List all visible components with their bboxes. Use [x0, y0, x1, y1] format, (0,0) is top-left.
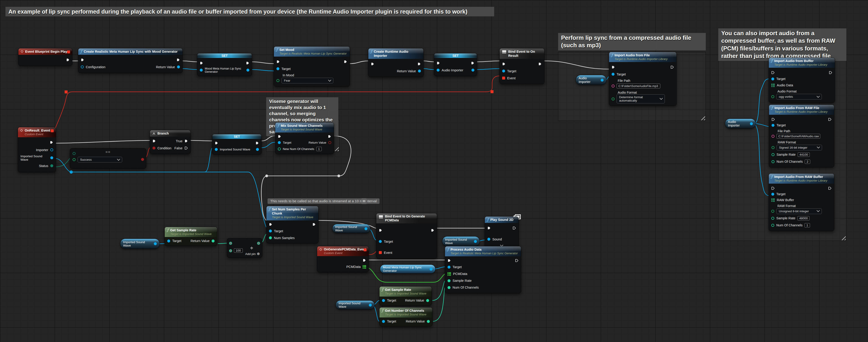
node-set-mood-generator-var[interactable]: SET Mood Meta Human Lip Sync Generator [197, 53, 252, 76]
enum-value-dropdown[interactable]: Success [78, 157, 122, 163]
var-imported-sound-wave[interactable]: Imported Sound Wave [442, 236, 480, 246]
exec-out-pin[interactable] [671, 65, 674, 69]
file-path-input[interactable]: C:\Folder\SomeRAWAudio.raw [777, 134, 820, 139]
node-process-audio-data[interactable]: ƒ Process Audio Data Target is Realistic… [445, 246, 521, 294]
object-out-pin[interactable] [50, 148, 53, 151]
node-import-audio-from-raw-file[interactable]: ƒ Import Audio From RAW File Target is R… [769, 105, 834, 168]
object-pin[interactable] [200, 69, 203, 72]
delegate-pin[interactable] [51, 129, 54, 132]
exec-in-pin[interactable] [772, 118, 775, 121]
object-pin[interactable] [437, 69, 440, 72]
enum-pin[interactable] [276, 79, 279, 82]
int-out-pin[interactable] [426, 299, 429, 302]
target-pin[interactable] [502, 70, 505, 72]
node-bind-event-on-generate-pcmdata[interactable]: Bind Event to On Generate PCMData Target… [376, 213, 437, 259]
array-pin[interactable] [771, 198, 775, 202]
sample-rate-input[interactable]: 48000 [798, 216, 810, 220]
exec-in-pin[interactable] [771, 71, 775, 74]
target-pin[interactable] [167, 240, 170, 242]
int-pin[interactable] [447, 279, 451, 282]
exec-in-pin[interactable] [269, 223, 272, 226]
new-num-channels-input[interactable]: 1 [316, 147, 322, 151]
var-mood-metahuman-lipsync-generator[interactable]: Mood Meta Human Lip Sync Generator [380, 265, 435, 274]
target-pin[interactable] [382, 320, 385, 323]
exec-in-pin[interactable] [771, 186, 775, 190]
reroute-node[interactable] [65, 91, 68, 93]
enum-pin[interactable] [771, 210, 774, 213]
int-pin[interactable] [771, 217, 774, 220]
exec-out-pin[interactable] [50, 141, 53, 144]
enum-pin[interactable] [612, 98, 615, 100]
target-pin[interactable] [772, 124, 774, 127]
node-set-mood[interactable]: ƒ Set Mood Target is Realistic Meta Huma… [274, 46, 350, 87]
string-pin[interactable] [612, 84, 615, 88]
enum-pin[interactable] [772, 146, 774, 149]
object-out-pin[interactable] [246, 69, 249, 72]
exec-out-false-pin[interactable] [185, 146, 188, 150]
object-pin[interactable] [81, 65, 84, 68]
object-pin[interactable] [215, 148, 218, 151]
delegate-pin[interactable] [364, 248, 367, 251]
bubble-pin-icon[interactable] [361, 198, 367, 204]
exec-in-pin[interactable] [81, 58, 84, 62]
target-pin[interactable] [278, 141, 281, 144]
mood-dropdown[interactable]: Fear [281, 78, 333, 83]
object-pin[interactable] [177, 65, 180, 68]
enum-pin[interactable] [72, 158, 75, 161]
wildcard-out-pin[interactable] [257, 242, 260, 245]
exec-out-pin[interactable] [513, 226, 516, 230]
node-import-audio-from-raw-buffer[interactable]: ƒ Import Audio From RAW Buffer Target is… [769, 173, 834, 231]
reroute-node[interactable] [70, 170, 73, 174]
var-imported-sound-wave[interactable]: Imported Sound Wave [336, 300, 375, 309]
node-import-audio-from-buffer[interactable]: ƒ Import Audio from Buffer Target is Run… [769, 58, 835, 103]
node-import-audio-from-file[interactable]: ƒ Import Audio from File Target is Runti… [609, 52, 677, 106]
exec-in-pin[interactable] [276, 60, 280, 63]
node-equal-enum[interactable]: == Success [70, 148, 146, 169]
raw-format-dropdown[interactable]: Signed 16-bit integer [777, 145, 822, 150]
reroute-node[interactable] [337, 174, 340, 177]
int-out-pin[interactable] [427, 320, 430, 323]
int-pin[interactable] [771, 224, 774, 227]
target-pin[interactable] [771, 77, 774, 80]
node-branch[interactable]: Branch True Condition False [150, 130, 191, 154]
node-set-num-samples-per-chunk[interactable]: ƒ Set Num Samples Per Chunk Target is Im… [266, 206, 318, 243]
bool-pin[interactable] [152, 146, 155, 149]
var-imported-sound-wave[interactable]: Imported Sound Wave [332, 224, 370, 233]
bool-out-pin[interactable] [141, 158, 144, 161]
int-out-pin[interactable] [212, 240, 215, 242]
exec-out-pin[interactable] [246, 61, 249, 65]
exec-out-pin[interactable] [515, 259, 519, 262]
node-onresult-event[interactable]: ◇ OnResult_Event Custom Event Importer I… [18, 127, 56, 172]
wildcard-pin[interactable] [229, 242, 232, 245]
exec-out-pin[interactable] [66, 58, 70, 62]
exec-in-pin[interactable] [278, 135, 281, 138]
exec-out-pin[interactable] [344, 60, 347, 63]
exec-out-pin[interactable] [328, 135, 331, 138]
enum-pin[interactable] [771, 95, 774, 98]
sound-pin[interactable] [487, 238, 490, 241]
exec-in-pin[interactable] [371, 62, 374, 66]
int-pin[interactable] [772, 160, 774, 163]
object-out-pin[interactable] [430, 268, 433, 271]
node-create-realistic-lipsync[interactable]: ƒ Create Realistic Meta Human Lip Sync w… [78, 48, 183, 73]
delegate-pin[interactable] [502, 77, 505, 79]
exec-in-pin[interactable] [437, 61, 440, 65]
wildcard-pin[interactable] [229, 249, 232, 252]
node-get-number-of-channels[interactable]: ƒ Get Number Of Channels Target is Impor… [379, 307, 433, 326]
exec-out-pin[interactable] [471, 61, 474, 65]
target-pin[interactable] [612, 73, 615, 76]
object-out-pin[interactable] [365, 227, 367, 230]
node-set-imported-sound-wave-var[interactable]: SET Imported Sound Wave [212, 134, 262, 155]
exec-in-pin[interactable] [612, 65, 615, 69]
exec-out-pin[interactable] [538, 62, 542, 66]
exec-out-pin[interactable] [312, 223, 316, 226]
sample-rate-input[interactable]: 44100 [798, 152, 810, 157]
comment-mp3[interactable]: Perform lip sync from a compressed audio… [558, 33, 706, 50]
node-set-audio-importer-var[interactable]: SET Audio Importer [434, 53, 477, 76]
node-mix-sound-wave-channels[interactable]: ƒ Mix Sound Wave Channels Target is Impo… [275, 122, 334, 154]
delegate-pin[interactable] [379, 251, 382, 254]
target-pin[interactable] [269, 230, 272, 233]
int-pin[interactable] [772, 153, 774, 156]
target-pin[interactable] [447, 266, 451, 269]
array-out-pin[interactable] [363, 265, 366, 269]
